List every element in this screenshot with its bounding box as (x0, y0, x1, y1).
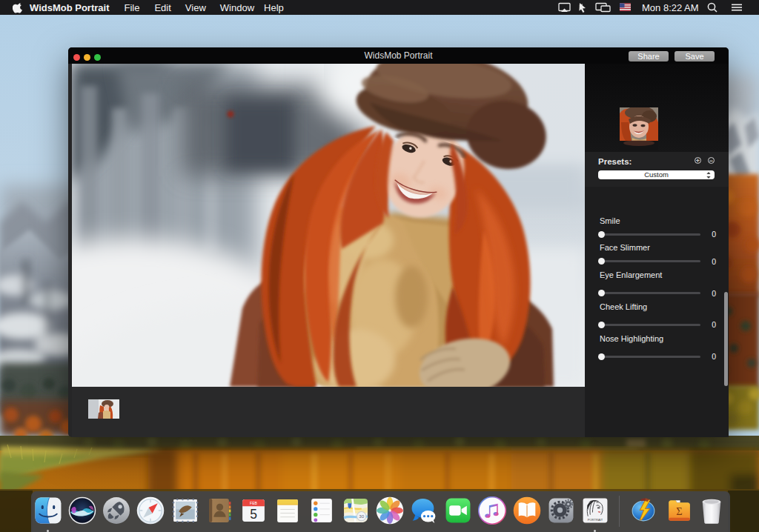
svg-text:Σ: Σ (676, 505, 682, 517)
svg-text:PORTRAIT: PORTRAIT (587, 518, 603, 522)
svg-text:5: 5 (250, 507, 257, 522)
svg-text:FEB: FEB (250, 501, 258, 505)
svg-text:Mon 8:22 AM: Mon 8:22 AM (642, 2, 699, 13)
svg-text:30: 30 (359, 513, 364, 519)
